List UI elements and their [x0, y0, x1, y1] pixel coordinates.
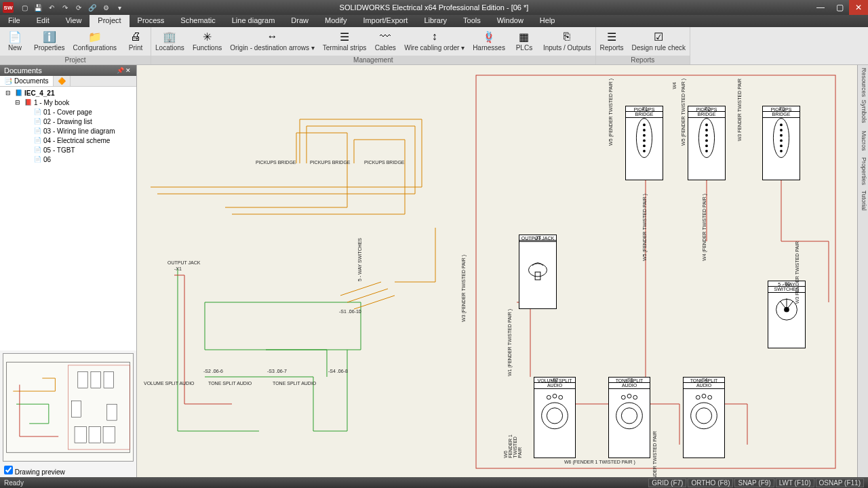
pin-icon[interactable]: 📌: [116, 67, 124, 74]
menu-window[interactable]: Window: [489, 15, 532, 27]
menu-draw[interactable]: Draw: [283, 15, 317, 27]
side-tab-properties[interactable]: Properties: [859, 157, 867, 184]
ribbon-print[interactable]: 🖨Print: [121, 27, 151, 56]
svg-point-26: [780, 123, 783, 126]
ribbon-design[interactable]: ☑Design rule check: [628, 27, 690, 56]
tree-item[interactable]: 📄05 - TGBT: [1, 145, 135, 155]
svg-point-47: [696, 408, 711, 424]
svg-point-45: [633, 395, 637, 399]
svg-point-39: [553, 394, 557, 398]
svg-rect-3: [91, 371, 100, 388]
svg-point-28: [780, 134, 783, 137]
panel-close-icon[interactable]: ✕: [124, 67, 132, 74]
menu-file[interactable]: File: [0, 15, 28, 27]
document-tree: ⊟📘IEC_4_21⊟📕1 - My book📄01 - Cover page📄…: [0, 87, 136, 350]
side-tab-resources[interactable]: Resources: [859, 68, 867, 95]
drawing-canvas[interactable]: PICKUPS BRIDGE PICKUPS BRIDGE PICKUPS BR…: [137, 65, 857, 477]
refresh-icon[interactable]: ⟳: [73, 2, 84, 13]
menu-schematic[interactable]: Schematic: [172, 15, 223, 27]
maximize-button[interactable]: ▢: [830, 0, 849, 15]
label-w4-mid: W4 (FENDER TWISTED PAIR ): [702, 194, 707, 261]
status-ortho[interactable]: ORTHO (F8): [688, 479, 733, 487]
panel-header: Documents 📌 ✕: [0, 65, 136, 76]
status-grid[interactable]: GRID (F7): [648, 479, 686, 487]
app-icon: SW: [3, 2, 14, 13]
tree-item[interactable]: 📄01 - Cover page: [1, 107, 135, 117]
ribbon-configurations[interactable]: 📁Configurations: [69, 27, 121, 56]
close-button[interactable]: ✕: [849, 0, 868, 15]
undo-icon[interactable]: ↶: [46, 2, 57, 13]
window-title: SOLIDWORKS Electrical x64 Professional E…: [340, 3, 529, 12]
menu-modify[interactable]: Modify: [317, 15, 355, 27]
svg-point-19: [705, 123, 708, 126]
title-bar: SW ▢ 💾 ↶ ↷ ⟳ 🔗 ⚙ ▾ SOLIDWORKS Electrical…: [0, 0, 868, 15]
menu-edit[interactable]: Edit: [28, 15, 58, 27]
svg-point-22: [705, 139, 708, 142]
menu-library[interactable]: Library: [416, 15, 455, 27]
side-tab-macros[interactable]: Macros: [859, 127, 867, 155]
tree-item[interactable]: 📄02 - Drawing list: [1, 117, 135, 126]
ribbon-wire[interactable]: ↕Wire cabling order ▾: [400, 27, 469, 56]
ribbon-new[interactable]: 📄New: [0, 27, 30, 56]
configurations-icon: 📁: [87, 29, 102, 44]
component-pickup-t3: PICKUPS BRIDGE -T3: [762, 106, 800, 180]
ribbon-locations[interactable]: 🏢Locations: [151, 27, 189, 56]
menu-linediagram[interactable]: Line diagram: [224, 15, 283, 27]
new-icon[interactable]: ▢: [19, 2, 30, 13]
menu-help[interactable]: Help: [532, 15, 564, 27]
svg-point-15: [643, 139, 646, 142]
menu-bar: FileEditViewProjectProcessSchematicLine …: [0, 15, 868, 27]
functions-icon: ✳: [200, 29, 215, 44]
svg-point-32: [528, 264, 547, 277]
svg-point-48: [696, 395, 700, 399]
menu-tools[interactable]: Tools: [455, 15, 489, 27]
ribbon-harnesses[interactable]: 🪢Harnesses: [469, 27, 509, 56]
settings-icon[interactable]: ⚙: [100, 2, 111, 13]
tree-item[interactable]: ⊟📘IEC_4_21: [1, 88, 135, 98]
svg-rect-33: [535, 272, 540, 280]
menu-importexport[interactable]: Import/Export: [355, 15, 416, 27]
label-w6-v: W6FENDER 1TWISTEDPAIR: [503, 434, 522, 458]
menu-process[interactable]: Process: [130, 15, 173, 27]
svg-rect-8: [89, 427, 100, 443]
status-snap[interactable]: SNAP (F9): [734, 479, 774, 487]
ribbon-inputs[interactable]: ⎘Inputs / Outputs: [539, 27, 595, 56]
svg-point-16: [643, 144, 646, 147]
status-lwt[interactable]: LWT (F10): [776, 479, 814, 487]
drawing-preview: [3, 353, 134, 462]
side-tab-symbols[interactable]: Symbols: [859, 98, 867, 125]
svg-point-35: [784, 307, 789, 312]
tab-documents[interactable]: 📑Documents: [0, 76, 54, 86]
redo-icon[interactable]: ↷: [60, 2, 71, 13]
status-osnap[interactable]: OSNAP (F11): [816, 479, 865, 487]
origin-icon: ↔: [264, 29, 279, 44]
tab-components[interactable]: 🔶: [54, 76, 71, 86]
ribbon-origin[interactable]: ↔Origin - destination arrows ▾: [226, 27, 319, 56]
link-icon[interactable]: 🔗: [87, 2, 98, 13]
minimize-button[interactable]: —: [811, 0, 830, 15]
svg-rect-9: [103, 427, 115, 443]
svg-point-37: [547, 408, 562, 424]
tree-item[interactable]: 📄06: [1, 155, 135, 164]
menu-view[interactable]: View: [58, 15, 90, 27]
tree-item[interactable]: ⊟📕1 - My book: [1, 98, 135, 107]
ribbon: 📄Newℹ️Properties📁Configurations🖨PrintPro…: [0, 27, 868, 65]
svg-point-43: [621, 395, 625, 399]
drawing-preview-checkbox[interactable]: Drawing preview: [0, 464, 136, 477]
ribbon-cables[interactable]: 〰Cables: [370, 27, 400, 56]
ribbon-properties[interactable]: ℹ️Properties: [30, 27, 69, 56]
svg-rect-6: [107, 404, 117, 420]
more-icon[interactable]: ▾: [114, 2, 125, 13]
label-pickups-3: PICKUPS BRIDGE: [364, 160, 405, 165]
ribbon-reports[interactable]: ☰Reports: [596, 27, 628, 56]
tree-item[interactable]: 📄04 - Electrical scheme: [1, 136, 135, 145]
save-icon[interactable]: 💾: [33, 2, 43, 13]
component-tone-pot-1: TONE SPLIT AUDIO -S3: [608, 377, 650, 458]
side-tab-tutorial[interactable]: Tutorial: [859, 187, 867, 214]
menu-project[interactable]: Project: [90, 15, 129, 27]
ribbon-functions[interactable]: ✳Functions: [189, 27, 226, 56]
ribbon-terminal[interactable]: ☰Terminal strips: [319, 27, 370, 56]
ribbon-plcs[interactable]: ▦PLCs: [509, 27, 539, 56]
tree-item[interactable]: 📄03 - Wiring line diagram: [1, 126, 135, 136]
inputs-icon: ⎘: [559, 29, 574, 44]
